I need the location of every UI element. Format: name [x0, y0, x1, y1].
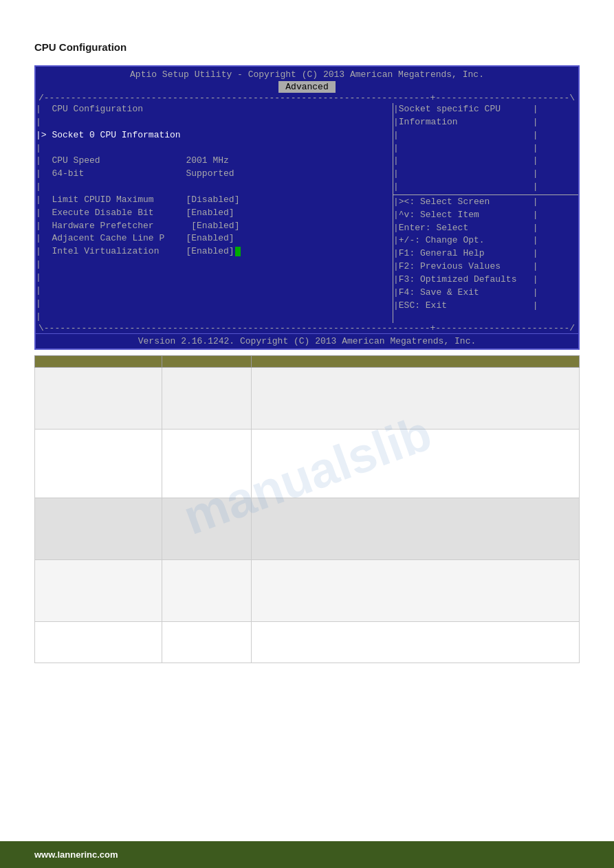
bios-right-divider [393, 194, 578, 195]
page-footer: www.lannerinc.com [0, 841, 614, 868]
bios-right-empty3: | | [393, 155, 578, 168]
bios-line-section: | CPU Configuration [36, 103, 393, 116]
page-content: CPU Configuration Aptio Setup Utility - … [0, 0, 614, 663]
bios-right-empty4: | | [393, 168, 578, 181]
bios-right-nav7: |F3: Optimized Defaults | [393, 274, 578, 287]
bios-right-line1: |Socket specific CPU | [393, 103, 578, 116]
page-title: CPU Configuration [34, 41, 580, 53]
bios-right-panel: |Socket specific CPU | |Information | | … [393, 103, 578, 323]
bios-separator-top: /---------------------------------------… [36, 93, 578, 103]
table-cell-1-1 [35, 368, 162, 430]
bios-line-empty6: | [36, 285, 393, 298]
bios-right-nav4: |+/-: Change Opt. | [393, 234, 578, 247]
bios-right-line2: |Information | [393, 116, 578, 129]
bios-line-execute[interactable]: | Execute Disable Bit [Enabled] [36, 207, 393, 220]
bios-right-nav3: |Enter: Select | [393, 222, 578, 235]
bios-line-64bit: | 64-bit Supported [36, 168, 393, 181]
bios-right-nav9: |ESC: Exit | [393, 300, 578, 313]
table-row [35, 622, 580, 663]
table-cell-5-1 [35, 622, 162, 663]
cursor [235, 247, 241, 256]
data-table [34, 355, 580, 663]
table-header-row [35, 356, 580, 368]
bios-line-cpuspeed: | CPU Speed 2001 MHz [36, 155, 393, 168]
table-cell-1-2 [162, 368, 252, 430]
bios-tab-advanced[interactable]: Advanced [278, 81, 335, 93]
bios-footer: Version 2.16.1242. Copyright (C) 2013 Am… [36, 333, 578, 348]
table-row [35, 430, 580, 498]
bios-line-adjacent[interactable]: | Adjacent Cache Line P [Enabled] [36, 232, 393, 245]
bios-line-empty5: | [36, 271, 393, 285]
bios-line-intel[interactable]: | Intel Virtualization [Enabled] [36, 245, 393, 258]
table-cell-4-2 [162, 560, 252, 622]
table-cell-3-2 [162, 498, 252, 560]
bios-right-nav8: |F4: Save & Exit | [393, 287, 578, 300]
bios-right-nav5: |F1: General Help | [393, 247, 578, 260]
bios-right-nav1: |><: Select Screen | [393, 196, 578, 209]
table-row [35, 368, 580, 430]
bios-line-empty7: | [36, 298, 393, 311]
table-header-col3 [252, 356, 580, 368]
bios-line-empty4: | [36, 258, 393, 271]
bios-right-empty5: | | [393, 181, 578, 194]
bios-screen: Aptio Setup Utility - Copyright (C) 2013… [34, 65, 580, 350]
bios-line-empty1: | [36, 116, 393, 129]
bios-right-nav6: |F2: Previous Values | [393, 260, 578, 274]
table-header-col2 [162, 356, 252, 368]
bios-right-nav2: |^v: Select Item | [393, 209, 578, 222]
bios-line-cpuid[interactable]: | Limit CPUID Maximum [Disabled] [36, 194, 393, 207]
table-cell-3-3 [252, 498, 580, 560]
table-cell-3-1 [35, 498, 162, 560]
bios-right-empty2: | | [393, 142, 578, 155]
table-cell-4-3 [252, 560, 580, 622]
bios-line-empty3: | [36, 181, 393, 194]
bios-header: Aptio Setup Utility - Copyright (C) 2013… [36, 67, 578, 93]
footer-website: www.lannerinc.com [34, 849, 118, 860]
bios-line-socket[interactable]: |> Socket 0 CPU Information [36, 129, 393, 142]
bios-line-empty8: | [36, 311, 393, 324]
table-cell-2-1 [35, 430, 162, 498]
bios-left-panel: | CPU Configuration | |> Socket 0 CPU In… [36, 103, 393, 323]
bios-separator-bot: \---------------------------------------… [36, 323, 578, 333]
table-cell-5-3 [252, 622, 580, 663]
table-cell-1-3 [252, 368, 580, 430]
bios-header-line: Aptio Setup Utility - Copyright (C) 2013… [36, 69, 578, 80]
bios-line-hardware[interactable]: | Hardware Prefetcher [Enabled] [36, 220, 393, 233]
bios-line-empty2: | [36, 142, 393, 155]
table-cell-5-2 [162, 622, 252, 663]
table-row [35, 498, 580, 560]
table-header-col1 [35, 356, 162, 368]
table-cell-2-3 [252, 430, 580, 498]
table-row [35, 560, 580, 622]
bios-right-empty1: | | [393, 129, 578, 142]
table-cell-4-1 [35, 560, 162, 622]
table-cell-2-2 [162, 430, 252, 498]
